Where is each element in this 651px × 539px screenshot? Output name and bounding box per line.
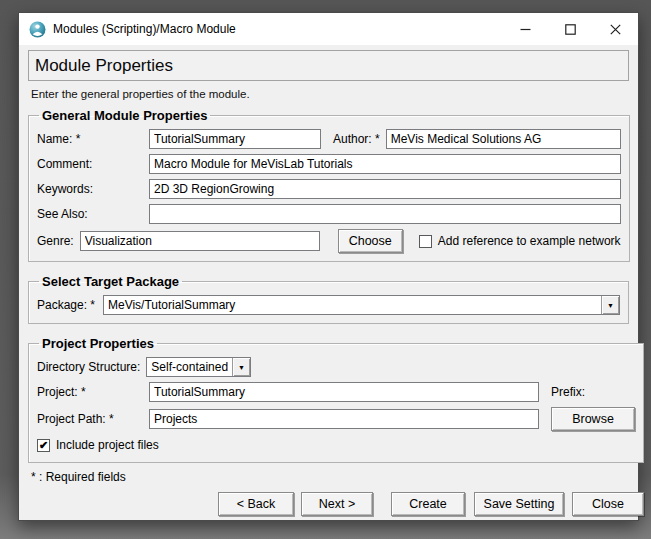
genre-label: Genre: — [37, 234, 74, 248]
project-path-row: Project Path: * Browse — [37, 407, 635, 431]
include-project-files-row: ✔ Include project files — [37, 438, 635, 452]
page-title: Module Properties — [35, 56, 173, 76]
package-combobox-value[interactable]: MeVis/TutorialSummary — [104, 296, 601, 314]
close-button[interactable] — [593, 13, 638, 45]
package-group-legend: Select Target Package — [39, 274, 182, 289]
include-project-files-checkbox[interactable]: ✔ Include project files — [37, 438, 159, 452]
project-row: Project: * Prefix: — [37, 382, 635, 402]
project-input[interactable] — [149, 382, 539, 402]
genre-row: Genre: Choose Add reference to example n… — [37, 229, 621, 253]
see-also-label: See Also: — [37, 207, 149, 221]
chevron-down-icon[interactable]: ▼ — [601, 296, 619, 314]
maximize-button[interactable] — [548, 13, 593, 45]
directory-structure-row: Directory Structure: Self-contained ▼ — [37, 357, 635, 377]
author-label: Author: * — [333, 132, 380, 146]
author-input[interactable] — [386, 129, 621, 149]
name-author-row: Name: * Author: * — [37, 129, 621, 149]
minimize-button[interactable] — [503, 13, 548, 45]
comment-label: Comment: — [37, 157, 149, 171]
add-reference-checkbox-box[interactable] — [419, 235, 432, 248]
required-fields-note: * : Required fields — [31, 470, 629, 484]
next-button[interactable]: Next > — [301, 492, 373, 516]
project-group-legend: Project Properties — [39, 336, 157, 351]
save-setting-button[interactable]: Save Setting — [474, 492, 564, 516]
page-title-box: Module Properties — [28, 50, 629, 81]
create-button[interactable]: Create — [391, 492, 465, 516]
window-title: Modules (Scripting)/Macro Module — [53, 22, 236, 36]
page-subtitle: Enter the general properties of the modu… — [31, 88, 629, 100]
project-properties-group: Project Properties Directory Structure: … — [28, 336, 644, 463]
prefix-label: Prefix: — [551, 385, 585, 399]
package-label: Package: * — [37, 298, 103, 312]
mevislab-logo-icon — [29, 21, 46, 38]
browse-button[interactable]: Browse — [551, 407, 635, 431]
project-label: Project: * — [37, 385, 149, 399]
keywords-row: Keywords: — [37, 179, 621, 199]
package-row: Package: * MeVis/TutorialSummary ▼ — [37, 295, 620, 315]
genre-input[interactable] — [80, 231, 320, 251]
wizard-buttons: < Back Next > Create Save Setting Close — [28, 492, 629, 516]
keywords-label: Keywords: — [37, 182, 149, 196]
name-input[interactable] — [149, 129, 321, 149]
comment-row: Comment: — [37, 154, 621, 174]
see-also-input[interactable] — [149, 204, 621, 224]
add-reference-label: Add reference to example network — [438, 234, 621, 248]
general-module-properties-group: General Module Properties Name: * Author… — [28, 108, 630, 262]
keywords-input[interactable] — [149, 179, 621, 199]
back-button[interactable]: < Back — [218, 492, 294, 516]
select-target-package-group: Select Target Package Package: * MeVis/T… — [28, 274, 629, 324]
caption-buttons — [503, 13, 638, 45]
project-path-input[interactable] — [149, 409, 539, 429]
title-bar: Modules (Scripting)/Macro Module — [19, 13, 638, 45]
add-reference-checkbox[interactable]: Add reference to example network — [419, 234, 621, 248]
directory-structure-label: Directory Structure: — [37, 360, 140, 374]
module-wizard-dialog: Modules (Scripting)/Macro Module Module … — [18, 12, 639, 521]
name-label: Name: * — [37, 132, 149, 146]
dialog-content: Module Properties Enter the general prop… — [19, 45, 638, 520]
chevron-down-icon[interactable]: ▼ — [232, 358, 250, 376]
package-combobox[interactable]: MeVis/TutorialSummary ▼ — [103, 295, 620, 315]
directory-structure-value[interactable]: Self-contained — [147, 358, 232, 376]
see-also-row: See Also: — [37, 204, 621, 224]
comment-input[interactable] — [149, 154, 621, 174]
directory-structure-combobox[interactable]: Self-contained ▼ — [146, 357, 251, 377]
include-project-files-label: Include project files — [56, 438, 159, 452]
close-dialog-button[interactable]: Close — [572, 492, 644, 516]
project-path-label: Project Path: * — [37, 412, 149, 426]
include-project-files-checkbox-box[interactable]: ✔ — [37, 439, 50, 452]
choose-genre-button[interactable]: Choose — [338, 229, 403, 253]
general-group-legend: General Module Properties — [39, 108, 210, 123]
